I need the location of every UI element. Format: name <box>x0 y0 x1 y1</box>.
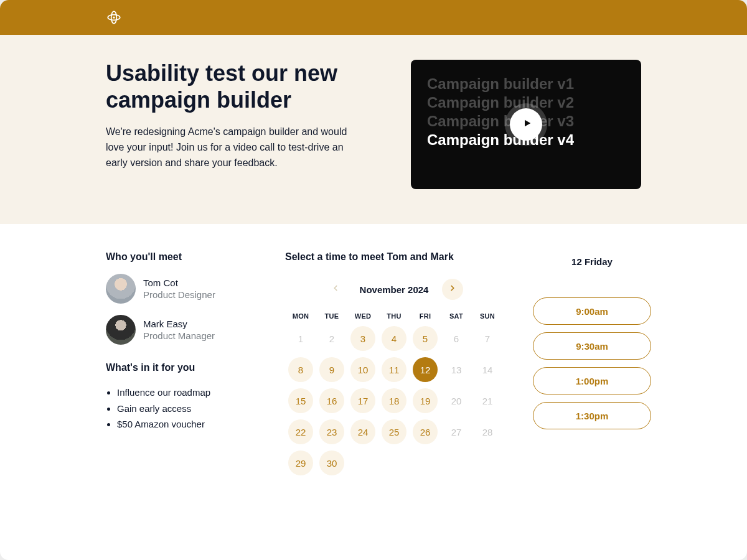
weekday-label: TUE <box>316 312 347 320</box>
calendar-day[interactable]: 10 <box>350 357 375 382</box>
play-button[interactable] <box>510 108 542 141</box>
person-role: Product Manager <box>143 330 215 342</box>
calendar-grid: 1234567891011121314151617181920212223242… <box>285 326 503 475</box>
person: Tom Cot Product Designer <box>106 274 255 304</box>
calendar-day: 28 <box>475 419 500 444</box>
play-icon <box>520 118 532 131</box>
person-name: Tom Cot <box>143 277 215 289</box>
chevron-right-icon <box>448 284 457 295</box>
content: Who you'll meet Tom Cot Product Designer… <box>0 224 747 503</box>
weekday-label: WED <box>347 312 378 320</box>
calendar-day: 20 <box>444 388 469 413</box>
weekday-label: SAT <box>441 312 472 320</box>
brand-logo-icon <box>106 9 122 26</box>
calendar-day[interactable]: 30 <box>319 450 344 475</box>
next-month-button[interactable] <box>442 279 463 300</box>
calendar-day[interactable]: 17 <box>350 388 375 413</box>
hero: Usability test our new campaign builder … <box>0 35 747 224</box>
time-slot-button[interactable]: 1:30pm <box>533 402 651 429</box>
calendar-day[interactable]: 26 <box>413 419 438 444</box>
time-slot-button[interactable]: 1:00pm <box>533 367 651 394</box>
time-slot-button[interactable]: 9:30am <box>533 332 651 360</box>
calendar-day[interactable]: 11 <box>382 357 406 382</box>
calendar-day: 6 <box>444 326 469 351</box>
benefit-item: $50 Amazon voucher <box>117 416 255 432</box>
month-label: November 2024 <box>360 284 429 295</box>
selected-date-label: 12 Friday <box>533 251 651 273</box>
calendar-day[interactable]: 3 <box>350 326 375 351</box>
schedule-heading: Select a time to meet Tom and Mark <box>285 251 503 263</box>
calendar-day: 1 <box>288 326 313 351</box>
calendar-day[interactable]: 19 <box>413 388 438 413</box>
topbar <box>0 0 747 35</box>
calendar-day[interactable]: 4 <box>382 326 406 351</box>
person-role: Product Designer <box>143 289 215 301</box>
calendar-day[interactable]: 25 <box>382 419 406 444</box>
weekday-label: MON <box>285 312 316 320</box>
page-title: Usability test our new campaign builder <box>106 60 367 113</box>
calendar-day: 13 <box>444 357 469 382</box>
weekday-label: SUN <box>472 312 503 320</box>
who-heading: Who you'll meet <box>106 251 255 263</box>
calendar-day[interactable]: 8 <box>288 357 313 382</box>
person-name: Mark Easy <box>143 318 215 330</box>
calendar-day[interactable]: 22 <box>288 419 313 444</box>
avatar <box>106 274 136 304</box>
video-line: Campaign builder v1 <box>427 75 625 93</box>
calendar-day[interactable]: 15 <box>288 388 313 413</box>
benefit-item: Influence our roadmap <box>117 385 255 401</box>
weekday-label: THU <box>378 312 410 320</box>
svg-point-2 <box>113 16 115 18</box>
person: Mark Easy Product Manager <box>106 315 255 345</box>
calendar-day: 21 <box>475 388 500 413</box>
calendar-day: 7 <box>475 326 500 351</box>
chevron-left-icon <box>331 284 340 295</box>
calendar-day[interactable]: 16 <box>319 388 344 413</box>
calendar-day[interactable]: 9 <box>319 357 344 382</box>
calendar-day: 27 <box>444 419 469 444</box>
benefits-list: Influence our roadmap Gain early access … <box>106 385 255 432</box>
benefits-heading: What's in it for you <box>106 362 255 373</box>
calendar-day[interactable]: 12 <box>413 357 438 382</box>
weekday-header: MONTUEWEDTHUFRISATSUN <box>285 312 503 320</box>
calendar-day[interactable]: 18 <box>382 388 406 413</box>
calendar-day: 14 <box>475 357 500 382</box>
calendar-day: 2 <box>319 326 344 351</box>
weekday-label: FRI <box>410 312 441 320</box>
calendar-day[interactable]: 5 <box>413 326 438 351</box>
calendar-day[interactable]: 24 <box>350 419 375 444</box>
video-preview[interactable]: Campaign builder v1 Campaign builder v2 … <box>411 60 641 189</box>
page-description: We're redesigning Acme's campaign builde… <box>106 124 367 170</box>
benefit-item: Gain early access <box>117 401 255 417</box>
avatar <box>106 315 136 345</box>
time-slot-button[interactable]: 9:00am <box>533 297 651 325</box>
prev-month-button[interactable] <box>325 279 346 300</box>
calendar-day[interactable]: 23 <box>319 419 344 444</box>
calendar-day[interactable]: 29 <box>288 450 313 475</box>
